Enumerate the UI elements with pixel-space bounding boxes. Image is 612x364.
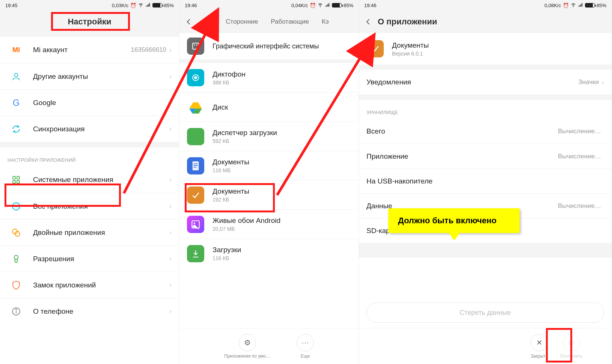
list-item[interactable]: Диспетчер загрузки 592 КБ: [179, 122, 359, 151]
svg-rect-15: [193, 43, 199, 49]
google-icon: G: [8, 94, 25, 111]
row-sync[interactable]: Синхронизация ›: [0, 116, 179, 142]
app-size: 592 КБ: [213, 138, 351, 144]
app-size: 192 КБ: [213, 197, 351, 203]
app-label: Загрузки: [213, 246, 351, 254]
app-header-row: Документы Версия 6.0.1: [359, 33, 612, 65]
accounts-icon: [8, 68, 25, 85]
row-system-apps[interactable]: Системные приложения ›: [0, 167, 179, 193]
row-notifications[interactable]: Уведомления Значки ›: [359, 70, 612, 95]
svg-marker-20: [189, 102, 202, 108]
tab-cached[interactable]: Кэ: [322, 18, 329, 26]
row-other-accounts[interactable]: Другие аккаунты ›: [0, 63, 179, 89]
svg-point-6: [14, 206, 15, 206]
docs-blue-icon: [187, 157, 204, 174]
alarm-icon: ⏰: [563, 3, 569, 8]
status-bar: 19:46 0,08K/c ⏰ 85%: [359, 0, 612, 11]
status-time: 19:46: [364, 3, 377, 8]
list-item-documents-orange[interactable]: Документы 192 КБ: [179, 180, 359, 209]
row-about-phone[interactable]: О телефоне ›: [0, 298, 179, 324]
app-size: 388 КБ: [213, 80, 351, 86]
disable-button[interactable]: ⊘ Отключить: [560, 334, 583, 359]
page-title: О приложении: [378, 17, 437, 27]
row-label: Системные приложения: [33, 176, 169, 184]
bottom-bar: ⚙ Приложения по умо… ⋯ Еще: [179, 328, 359, 364]
clear-data-button[interactable]: Стереть данные: [366, 302, 604, 323]
app-label: Диск: [213, 103, 351, 111]
list-item[interactable]: Загрузки 116 КБ: [179, 239, 359, 268]
row-permissions[interactable]: Разрешения ›: [0, 245, 179, 272]
battery-icon: [152, 3, 162, 8]
button-label: Еще: [301, 353, 310, 359]
status-time: 19:45: [5, 3, 18, 8]
row-value: 1635666610: [131, 46, 166, 54]
app-label: Графический интерфейс системы: [213, 42, 351, 50]
svg-point-17: [196, 45, 197, 46]
default-apps-button[interactable]: ⚙ Приложения по умо…: [224, 334, 270, 359]
app-label: Диктофон: [213, 70, 351, 78]
list-item[interactable]: Диск: [179, 92, 359, 122]
recorder-icon: [187, 69, 204, 86]
wifi-icon: [318, 2, 323, 9]
bottom-bar: ✕ Закрыть ⊘ Отключить: [359, 328, 612, 364]
tab-all[interactable]: Все: [202, 18, 213, 26]
apps-list: Графический интерфейс системы Диктофон 3…: [179, 33, 359, 268]
chevron-right-icon: ›: [169, 72, 172, 80]
list-item[interactable]: Документы 116 МБ: [179, 151, 359, 180]
app-label: Документы: [213, 187, 351, 196]
back-button[interactable]: [359, 11, 378, 33]
mi-icon: MI: [8, 41, 25, 59]
header: О приложении: [359, 11, 612, 33]
battery-icon: [332, 3, 342, 8]
screen-settings: 19:45 0,03K/c ⏰ 85% Настройки MI Mi акка…: [0, 0, 179, 364]
row-label: Синхронизация: [33, 125, 169, 133]
signal-icon: [325, 2, 330, 9]
list-item[interactable]: Диктофон 388 КБ: [179, 63, 359, 92]
app-name: Документы: [392, 41, 604, 50]
list-item[interactable]: Живые обои Android 20,07 МБ: [179, 209, 359, 239]
row-label: О телефоне: [33, 307, 169, 316]
disable-icon: ⊘: [563, 334, 580, 351]
tab-running[interactable]: Работающие: [271, 18, 309, 26]
button-label: Приложения по умо…: [224, 353, 270, 359]
chevron-right-icon: ›: [169, 255, 172, 263]
sysui-icon: [187, 38, 204, 55]
permissions-icon: [8, 250, 25, 268]
shield-icon: [8, 277, 25, 294]
app-size: 116 КБ: [213, 255, 351, 261]
chevron-right-icon: ›: [169, 46, 172, 54]
tab-thirdparty[interactable]: Сторонние: [226, 18, 258, 26]
app-label: Диспетчер загрузки: [213, 129, 351, 137]
chevron-right-icon: ›: [169, 307, 172, 315]
drive-icon: [187, 99, 204, 116]
back-button[interactable]: [179, 11, 198, 33]
row-label: Google: [33, 99, 169, 107]
svg-point-19: [194, 77, 197, 79]
svg-rect-3: [13, 180, 15, 183]
row-storage-total[interactable]: Всего Вычисление…: [359, 119, 612, 144]
button-label: Отключить: [560, 353, 583, 359]
row-all-apps[interactable]: Все приложения ›: [0, 193, 179, 219]
row-mi-account[interactable]: MI Mi аккаунт 1635666610 ›: [0, 37, 179, 63]
status-speed: 0,08K/c: [544, 3, 561, 8]
battery-pct: 85%: [344, 3, 353, 8]
more-icon: ⋯: [297, 334, 314, 351]
wallpaper-icon: [187, 216, 204, 233]
row-dual-apps[interactable]: Двойные приложения ›: [0, 219, 179, 245]
row-value: Значки: [578, 78, 599, 86]
screen-all-apps: 19:46 0,04K/c ⏰ 85% Все Сторонние Работа…: [179, 0, 359, 364]
row-storage-app[interactable]: Приложение Вычисление…: [359, 144, 612, 168]
list-item[interactable]: Графический интерфейс системы: [179, 33, 359, 59]
row-storage-usb[interactable]: На USB-накопителе: [359, 168, 612, 193]
close-button[interactable]: ✕ Закрыть: [531, 334, 548, 359]
signal-icon: [145, 2, 151, 9]
row-app-lock[interactable]: Замок приложений ›: [0, 272, 179, 298]
more-button[interactable]: ⋯ Еще: [297, 334, 314, 359]
download-mgr-icon: [187, 128, 204, 145]
svg-rect-1: [13, 176, 15, 179]
status-speed: 0,04K/c: [291, 3, 308, 8]
chevron-right-icon: ›: [169, 202, 172, 210]
row-google[interactable]: G Google ›: [0, 89, 179, 116]
row-label: Уведомления: [366, 78, 578, 86]
status-time: 19:46: [185, 3, 197, 8]
